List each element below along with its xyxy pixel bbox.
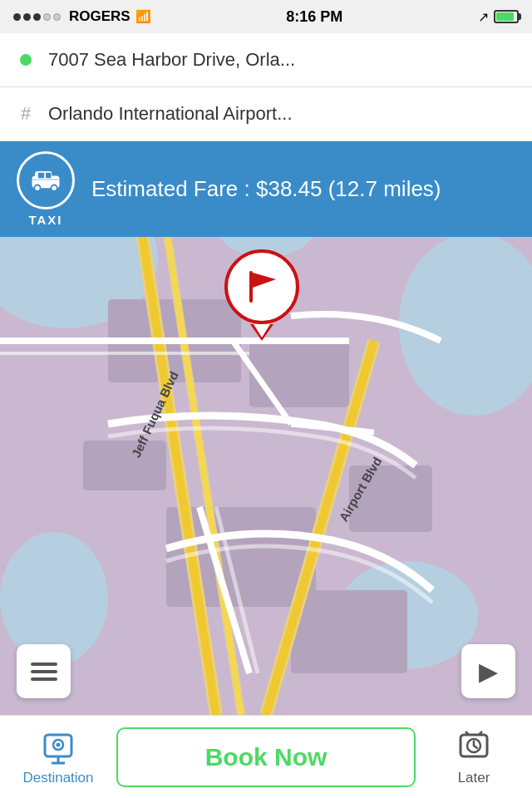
pin-tail-inner [254, 324, 270, 337]
svg-rect-19 [249, 341, 349, 407]
status-bar: ROGERS 📶 8:16 PM ↗ [0, 0, 532, 33]
tab-bar: Destination Book Now Later [0, 715, 532, 798]
hamburger-icon [31, 663, 57, 681]
destination-input[interactable] [48, 103, 519, 125]
destination-pin [224, 249, 299, 341]
svg-rect-34 [249, 271, 253, 303]
carrier-label: ROGERS [69, 8, 131, 25]
svg-rect-21 [349, 466, 432, 532]
flag-icon [239, 264, 285, 310]
signal-dot-2 [23, 13, 31, 21]
destination-tab-label: Destination [22, 770, 93, 786]
destination-icon-wrap: # [13, 103, 38, 125]
tab-later[interactable]: Later [424, 728, 524, 786]
status-right: ↗ [478, 9, 519, 25]
status-left: ROGERS 📶 [13, 8, 151, 25]
signal-dot-3 [33, 13, 41, 21]
navigate-arrow-icon: ▶ [479, 657, 498, 686]
pin-circle [224, 249, 299, 324]
menu-button[interactable] [17, 644, 71, 698]
map-background: Jeff Fuqua Blvd Airport Blvd ▶ [0, 175, 532, 715]
svg-line-43 [474, 746, 477, 748]
ham-line-2 [31, 670, 57, 673]
taxi-icon-wrap: TAXI [17, 151, 75, 227]
taxi-label: TAXI [28, 213, 62, 227]
status-time: 8:16 PM [286, 8, 342, 26]
signal-dot-5 [53, 13, 61, 21]
navigate-button[interactable]: ▶ [461, 644, 515, 698]
origin-icon [13, 54, 38, 66]
battery-level [496, 12, 514, 21]
svg-rect-6 [32, 179, 60, 180]
book-now-button[interactable]: Book Now [116, 727, 416, 787]
tab-destination[interactable]: Destination [8, 728, 108, 786]
taxi-circle [17, 151, 75, 209]
svg-rect-4 [38, 173, 44, 178]
ham-line-1 [31, 663, 57, 666]
hash-icon: # [21, 103, 31, 125]
ham-line-3 [31, 677, 57, 681]
fare-bar: TAXI Estimated Fare : $38.45 (12.7 miles… [0, 141, 532, 237]
signal-dot-1 [13, 13, 21, 21]
origin-row [0, 33, 532, 87]
battery-icon [494, 10, 519, 23]
svg-point-3 [51, 185, 57, 191]
signal-dots [13, 13, 61, 21]
svg-rect-22 [291, 590, 407, 673]
origin-input[interactable] [48, 49, 519, 71]
location-arrow-icon: ↗ [478, 9, 489, 25]
later-tab-label: Later [458, 770, 490, 786]
destination-row: # [0, 87, 532, 141]
svg-rect-5 [46, 173, 51, 178]
pin-tail-container [224, 324, 299, 341]
taxi-car-icon [27, 162, 64, 199]
later-icon [456, 728, 492, 765]
fare-text: Estimated Fare : $38.45 (12.7 miles) [91, 176, 441, 202]
svg-point-39 [57, 742, 61, 746]
svg-rect-23 [83, 441, 166, 490]
pin-tail [250, 324, 273, 341]
signal-dot-4 [43, 13, 51, 21]
wifi-icon: 📶 [135, 9, 151, 24]
destination-icon [40, 728, 76, 765]
green-dot-icon [20, 54, 32, 66]
svg-point-2 [34, 185, 40, 191]
inputs-container: # [0, 33, 532, 141]
